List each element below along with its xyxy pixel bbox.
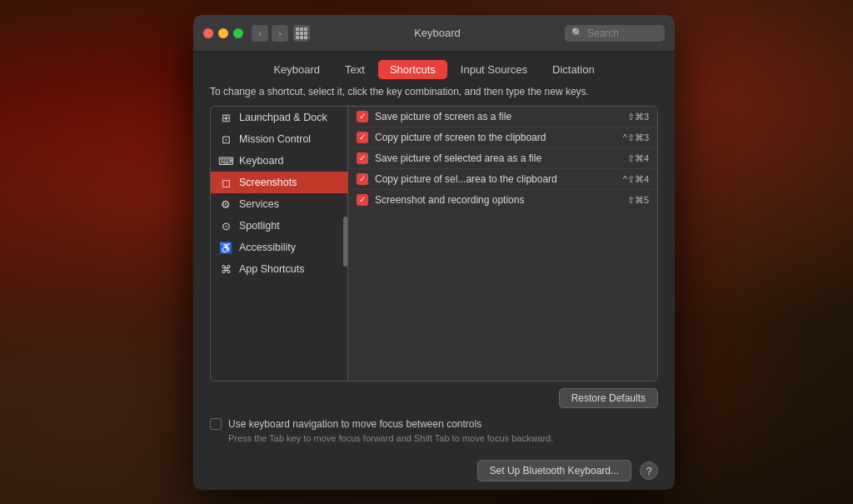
tab-keyboard[interactable]: Keyboard [262,60,332,79]
shortcut-label-save-area: Save picture of selected area as a file [375,152,621,164]
check-icon: ✓ [359,196,366,204]
back-button[interactable]: ‹ [252,25,268,42]
shortcut-checkbox-save-area[interactable]: ✓ [357,152,368,164]
sidebar-label-accessibility: Accessibility [239,242,296,253]
shortcut-checkbox-screenshot-options[interactable]: ✓ [357,194,368,206]
scroll-indicator [343,217,347,267]
nav-buttons: ‹ › [252,25,288,42]
services-icon: ⚙ [219,197,232,211]
left-panel-wrapper: ⊞ Launchpad & Dock ⊡ Mission Control ⌨ K… [211,107,348,381]
shortcut-row-copy-screen: ✓ Copy picture of screen to the clipboar… [348,127,657,148]
sidebar-item-mission-control[interactable]: ⊡ Mission Control [211,128,348,150]
sidebar-label-spotlight: Spotlight [239,220,280,232]
bluetooth-keyboard-button[interactable]: Set Up Bluetooth Keyboard... [477,460,631,482]
accessibility-icon: ♿ [219,241,232,254]
sidebar-label-screenshots: Screenshots [239,177,297,188]
minimize-button[interactable] [218,28,228,38]
shortcut-checkbox-save-screen[interactable]: ✓ [357,111,368,122]
tabs-bar: Keyboard Text Shortcuts Input Sources Di… [193,52,675,86]
shortcut-row-save-area: ✓ Save picture of selected area as a fil… [348,148,657,169]
check-icon: ✓ [359,133,366,142]
sidebar-item-accessibility[interactable]: ♿ Accessibility [211,237,348,258]
launchpad-icon: ⊞ [219,111,232,124]
shortcut-row-save-screen: ✓ Save picture of screen as a file ⇧⌘3 [348,107,657,127]
keyboard-nav-text: Use keyboard navigation to move focus be… [228,418,481,430]
shortcut-row-screenshot-options: ✓ Screenshot and recording options ⇧⌘5 [348,190,657,210]
main-panels: ⊞ Launchpad & Dock ⊡ Mission Control ⌨ K… [210,106,658,382]
sidebar-item-spotlight[interactable]: ⊙ Spotlight [211,215,348,237]
screenshots-icon: ◻ [219,176,232,189]
instruction-text: To change a shortcut, select it, click t… [210,86,658,97]
forward-button[interactable]: › [272,25,288,42]
spotlight-icon: ⊙ [219,219,232,232]
search-input[interactable] [587,27,654,39]
shortcut-keys-screenshot-options: ⇧⌘5 [627,195,649,206]
tab-dictation[interactable]: Dictation [541,60,606,79]
titlebar: ‹ › Keyboard 🔍 [193,15,675,52]
sidebar-label-mission-control: Mission Control [239,133,311,145]
app-shortcuts-icon: ⌘ [219,262,232,276]
content-area: To change a shortcut, select it, click t… [193,86,675,452]
restore-row: Restore Defaults [210,382,658,408]
close-button[interactable] [203,28,213,38]
grid-view-button[interactable] [293,25,310,42]
shortcut-label-save-screen: Save picture of screen as a file [375,111,621,122]
shortcut-checkbox-copy-area[interactable]: ✓ [357,173,368,185]
mission-control-icon: ⊡ [219,132,232,146]
shortcut-keys-copy-screen: ^⇧⌘3 [623,132,649,143]
tab-text[interactable]: Text [333,60,377,79]
traffic-lights [203,28,243,38]
keyboard-nav-label: Use keyboard navigation to move focus be… [210,418,658,430]
sidebar-label-services: Services [239,198,279,210]
shortcut-checkbox-copy-screen[interactable]: ✓ [357,132,368,143]
shortcut-label-screenshot-options: Screenshot and recording options [375,194,621,206]
search-icon: 🔍 [571,27,583,38]
restore-defaults-button[interactable]: Restore Defaults [559,388,658,408]
help-button[interactable]: ? [640,462,658,480]
sidebar-item-services[interactable]: ⚙ Services [211,193,348,215]
keyboard-nav-hint: Press the Tab key to move focus forward … [228,433,658,443]
tab-shortcuts[interactable]: Shortcuts [378,60,447,79]
maximize-button[interactable] [233,28,243,38]
bottom-bar: Set Up Bluetooth Keyboard... ? [193,452,675,490]
shortcut-label-copy-screen: Copy picture of screen to the clipboard [375,132,616,143]
sidebar-item-keyboard[interactable]: ⌨ Keyboard [211,150,348,172]
sidebar-item-screenshots[interactable]: ◻ Screenshots [211,172,348,193]
grid-icon [296,27,307,39]
check-icon: ✓ [359,112,366,121]
shortcut-keys-save-area: ⇧⌘4 [627,153,649,164]
keyboard-nav-checkbox[interactable] [210,418,222,430]
shortcut-label-copy-area: Copy picture of sel...area to the clipbo… [375,173,616,185]
sidebar-item-app-shortcuts[interactable]: ⌘ App Shortcuts [211,258,348,280]
right-panel: ✓ Save picture of screen as a file ⇧⌘3 ✓… [348,107,657,381]
sidebar-label-app-shortcuts: App Shortcuts [239,263,305,275]
left-panel: ⊞ Launchpad & Dock ⊡ Mission Control ⌨ K… [211,107,348,381]
shortcut-keys-save-screen: ⇧⌘3 [627,112,649,122]
window-title: Keyboard [310,27,565,39]
keyboard-icon: ⌨ [219,154,232,167]
sidebar-label-launchpad: Launchpad & Dock [239,112,327,123]
shortcut-row-copy-area: ✓ Copy picture of sel...area to the clip… [348,169,657,190]
check-icon: ✓ [359,154,366,162]
keyboard-settings-window: ‹ › Keyboard 🔍 Keyboard Text Shortcuts I… [193,15,675,490]
keyboard-nav-section: Use keyboard navigation to move focus be… [210,408,658,443]
search-box[interactable]: 🔍 [565,25,665,42]
sidebar-item-launchpad[interactable]: ⊞ Launchpad & Dock [211,107,348,128]
check-icon: ✓ [359,175,366,183]
tab-input-sources[interactable]: Input Sources [449,60,539,79]
shortcut-keys-copy-area: ^⇧⌘4 [623,174,649,185]
sidebar-label-keyboard: Keyboard [239,155,284,167]
